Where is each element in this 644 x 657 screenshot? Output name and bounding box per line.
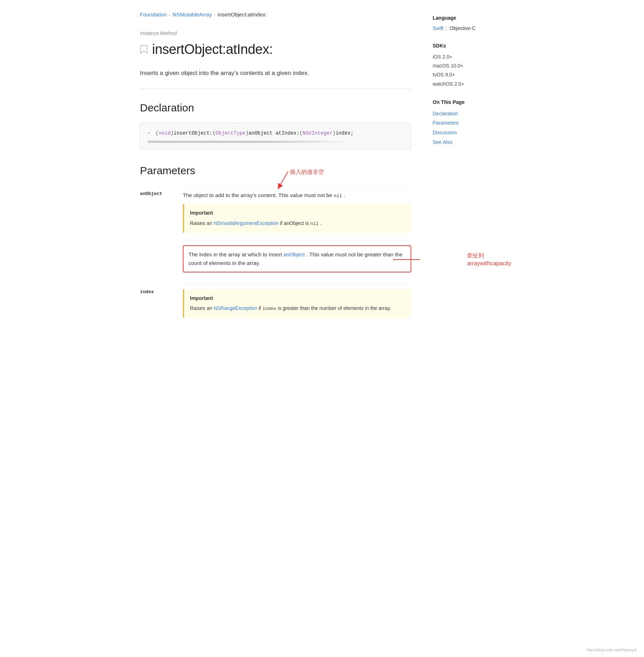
code-open-paren2: ( bbox=[212, 130, 215, 137]
important-link-nsrange[interactable]: NSRangeException bbox=[213, 305, 257, 311]
breadcrumb-sep-2: › bbox=[214, 11, 215, 19]
code-close-paren3: ) bbox=[333, 130, 336, 137]
page-description: Inserts a given object into the array's … bbox=[140, 68, 411, 78]
language-row: Swift Objective-C bbox=[433, 25, 504, 32]
important-box-index: Important Raises an NSRangeException if … bbox=[183, 289, 411, 318]
important-index-start: Raises an bbox=[190, 305, 213, 311]
sdk-watchos: watchOS 2.0+ bbox=[433, 80, 504, 89]
param-content-anobject: The object to add to the array's content… bbox=[183, 186, 411, 240]
on-this-page-parameters[interactable]: Parameters bbox=[433, 118, 504, 128]
code-nsuinteger: NSUInteger bbox=[303, 130, 333, 137]
on-this-page-see-also[interactable]: See Also bbox=[433, 137, 504, 147]
divider-1 bbox=[140, 89, 411, 89]
sidebar-on-this-page-label: On This Page bbox=[433, 99, 504, 106]
param-label-anobject: anObject bbox=[140, 186, 183, 240]
code-line: - ( void ) insertObject: ( ObjectType ) … bbox=[147, 130, 404, 137]
code-open-paren3: ( bbox=[300, 130, 302, 137]
important-index-mid: if bbox=[258, 305, 262, 311]
scrollbar-hint bbox=[147, 141, 352, 143]
sdk-ios: iOS 2.0+ bbox=[433, 52, 504, 61]
param-link-anobject[interactable]: anObject bbox=[283, 251, 305, 257]
params-section: Parameters 插入的值非空 anObject bbox=[140, 162, 411, 325]
sdk-macos: macOS 10.0+ bbox=[433, 61, 504, 70]
sidebar-sdks-label: SDKs bbox=[433, 42, 504, 50]
important-text-anobject: Raises an NSInvalidArgumentException if … bbox=[190, 219, 406, 228]
code-anobject: anObject atIndex: bbox=[248, 130, 300, 137]
param-content-index-important: Important Raises an NSRangeException if … bbox=[183, 284, 411, 325]
param-content-index: The index in the array at which to inser… bbox=[183, 240, 411, 284]
param-row-index-label: index Important Raises an NSRangeExcepti… bbox=[140, 284, 411, 325]
annotation-arraywithcapacity: 牵扯到arraywithcapacity bbox=[467, 252, 511, 268]
on-this-page-declaration[interactable]: Declaration bbox=[433, 109, 504, 119]
code-method-name1: insertObject: bbox=[173, 130, 212, 137]
param-label-text: anObject bbox=[140, 191, 162, 196]
breadcrumb-current: insertObject:atIndex: bbox=[218, 11, 267, 19]
breadcrumb: Foundation › NSMutableArray › insertObje… bbox=[140, 11, 411, 19]
bookmark-icon bbox=[140, 45, 148, 54]
param-desc-index-highlighted: The index in the array at which to inser… bbox=[183, 245, 411, 272]
svg-line-0 bbox=[279, 171, 288, 187]
code-void: void bbox=[159, 130, 171, 137]
param-desc-period: . bbox=[343, 192, 345, 198]
important-label-anobject: Important bbox=[190, 209, 406, 217]
code-open-paren: ( bbox=[156, 130, 159, 137]
important-link-nsinvalidarg[interactable]: NSInvalidArgumentException bbox=[213, 220, 278, 226]
important-text-index: Raises an NSRangeException if index is g… bbox=[190, 304, 406, 313]
sidebar-sdks: SDKs iOS 2.0+ macOS 10.0+ tvOS 9.0+ watc… bbox=[433, 42, 504, 89]
param-row-anobject: anObject The object to add to the array'… bbox=[140, 186, 411, 240]
sidebar: Language Swift Objective-C SDKs iOS 2.0+… bbox=[433, 11, 504, 325]
sdk-tvos: tvOS 9.0+ bbox=[433, 70, 504, 79]
code-close-paren: ) bbox=[171, 130, 173, 137]
important-box-anobject: Important Raises an NSInvalidArgumentExc… bbox=[183, 204, 411, 232]
important-text-mid: if anObject is bbox=[280, 220, 310, 226]
lang-objc[interactable]: Objective-C bbox=[449, 25, 476, 32]
breadcrumb-sep-1: › bbox=[169, 11, 170, 19]
on-this-page-discussion[interactable]: Discussion bbox=[433, 128, 504, 137]
sidebar-on-this-page: On This Page Declaration Parameters Disc… bbox=[433, 99, 504, 147]
page-title: insertObject:atIndex: bbox=[152, 39, 273, 60]
lang-divider bbox=[446, 26, 447, 31]
annotation-arrow-2 bbox=[393, 249, 422, 269]
important-index-end: is greater than the number of elements i… bbox=[278, 305, 391, 311]
param-desc-anobject: The object to add to the array's content… bbox=[183, 191, 411, 200]
sidebar-language: Language Swift Objective-C bbox=[433, 14, 504, 32]
sidebar-language-label: Language bbox=[433, 14, 504, 22]
lang-swift[interactable]: Swift bbox=[433, 25, 443, 32]
code-index: index; bbox=[336, 130, 353, 137]
code-dash: - bbox=[147, 130, 154, 137]
important-text-end: . bbox=[320, 220, 321, 226]
param-desc-text1: The object to add to the array's content… bbox=[183, 192, 334, 198]
method-title-row: insertObject:atIndex: bbox=[140, 39, 411, 60]
important-index-code: index bbox=[262, 306, 276, 311]
param-row-index: The index in the array at which to inser… bbox=[140, 240, 411, 284]
breadcrumb-foundation[interactable]: Foundation bbox=[140, 11, 167, 19]
important-label-index: Important bbox=[190, 294, 406, 302]
method-type: Instance Method bbox=[140, 30, 411, 37]
param-label-index bbox=[140, 240, 183, 284]
code-objecttype: ObjectType bbox=[216, 130, 246, 137]
breadcrumb-nsmutablearray[interactable]: NSMutableArray bbox=[172, 11, 212, 19]
code-close-paren2: ) bbox=[246, 130, 248, 137]
param-desc-nil: nil bbox=[334, 193, 342, 199]
param-label-index-code: index bbox=[140, 289, 154, 295]
annotation-arrow-1 bbox=[276, 170, 297, 189]
param-desc-index-start: The index in the array at which to inser… bbox=[188, 251, 283, 257]
declaration-title: Declaration bbox=[140, 100, 411, 116]
important-code-nil: nil bbox=[310, 221, 318, 226]
param-label-index-text: index bbox=[140, 284, 183, 325]
code-block[interactable]: - ( void ) insertObject: ( ObjectType ) … bbox=[140, 123, 411, 150]
important-text-start: Raises an bbox=[190, 220, 213, 226]
